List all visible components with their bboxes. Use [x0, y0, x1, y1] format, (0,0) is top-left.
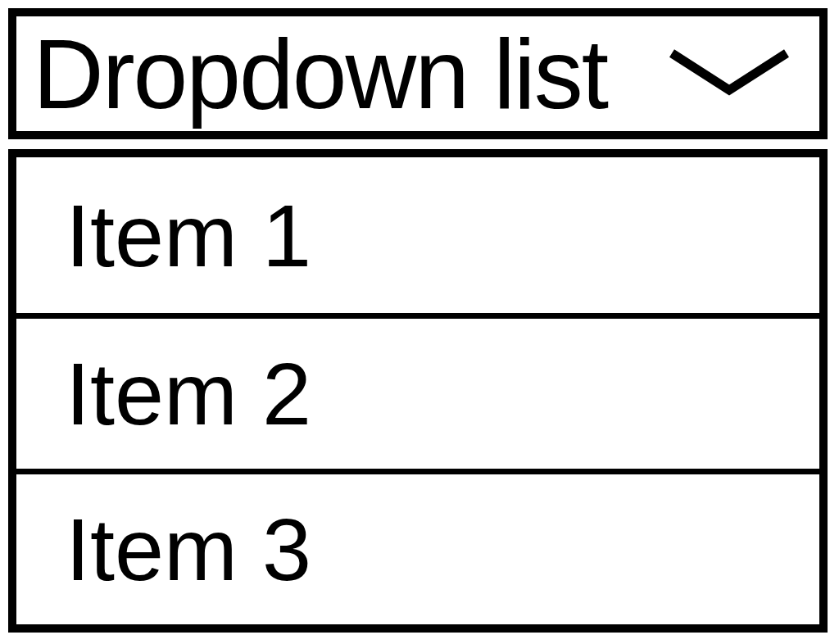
- dropdown-label: Dropdown list: [33, 17, 607, 130]
- dropdown-item-label: Item 2: [66, 342, 311, 445]
- dropdown-item[interactable]: Item 2: [16, 313, 819, 469]
- dropdown-list: Item 1 Item 2 Item 3: [8, 149, 828, 633]
- dropdown-item-label: Item 3: [66, 498, 311, 601]
- chevron-down-icon: [664, 41, 795, 107]
- dropdown-item[interactable]: Item 1: [16, 157, 819, 313]
- dropdown-item[interactable]: Item 3: [16, 469, 819, 624]
- dropdown-item-label: Item 1: [66, 184, 311, 287]
- dropdown-trigger[interactable]: Dropdown list: [8, 8, 828, 139]
